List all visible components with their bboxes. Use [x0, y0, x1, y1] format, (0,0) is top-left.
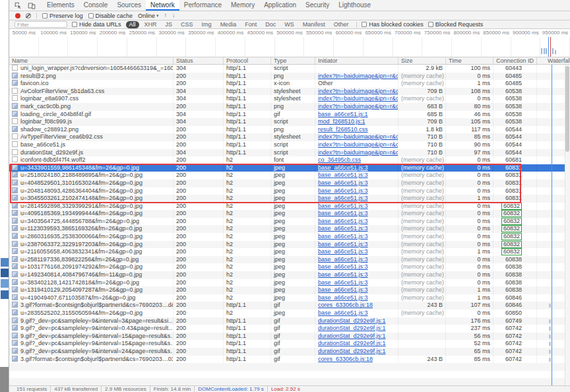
initiator-link[interactable]: index?tn=baiduimage&ipn=r&ct=201…	[318, 133, 398, 140]
filter-pill-js[interactable]: JS	[162, 21, 176, 28]
network-overview[interactable]	[9, 37, 570, 57]
import-har-icon[interactable]: ↑	[164, 13, 168, 18]
request-row[interactable]: mark_cac9c0b.png200http/1.1pngindex?tn=b…	[9, 103, 570, 111]
clear-network-log-icon[interactable]	[26, 13, 31, 18]
column-header-connection-id[interactable]: Connection ID	[493, 57, 537, 64]
request-row[interactable]: 9.gif?_dev=pc&sampleley=9&interval=0.43&…	[9, 325, 570, 333]
export-har-icon[interactable]: ↓	[172, 13, 175, 18]
throttling-dropdown[interactable]: Online ▾	[138, 13, 159, 19]
filter-pill-all[interactable]: All	[126, 21, 139, 28]
initiator-link[interactable]: base_a66ce51.js:3	[318, 256, 368, 263]
filter-pill-media[interactable]: Media	[217, 21, 240, 28]
filter-pill-font[interactable]: Font	[241, 21, 260, 28]
initiator-link[interactable]: base_a66ce51.js:3	[318, 263, 368, 270]
initiator-link[interactable]: base_a66ce51.js:3	[318, 218, 368, 224]
table-scrollbar[interactable]	[565, 65, 570, 385]
request-row[interactable]: u=2814592898,3329399291&fm=26&gp=0.jpg20…	[9, 203, 570, 211]
tab-performance[interactable]: Performance	[179, 0, 226, 11]
initiator-link[interactable]: base_a66ce51.js:3	[318, 286, 368, 293]
request-row[interactable]: u=383402128,1421742818&fm=26&gp=0.jpg200…	[9, 279, 570, 287]
initiator-link[interactable]: result_f268510.css	[318, 126, 368, 133]
request-row[interactable]: 9.gif?_dev=pc&sampleley=9&interval=15&pa…	[9, 333, 570, 341]
initiator-link[interactable]: base_a66ce51.js:1	[318, 111, 368, 117]
request-row[interactable]: u=2048148093,4286364404&fm=26&gp=0.jpg20…	[9, 187, 570, 195]
initiator-link[interactable]: durationStat_d292e9f.js:1	[318, 317, 386, 324]
initiator-link[interactable]: base_a66ce51.js:3	[318, 310, 368, 316]
request-row[interactable]: 9.gif?_dev=pc&sampleley=9&interval=15&pa…	[9, 340, 570, 348]
request-row[interactable]: AvColorFilterView_5b1da63.css304http/1.1…	[9, 88, 570, 96]
request-row[interactable]: result@2.png200http/1.1pngindex?tn=baidu…	[9, 73, 570, 81]
request-row[interactable]: durationStat_d292e9f.js304http/1.1script…	[9, 149, 570, 157]
filter-pill-img[interactable]: Img	[199, 21, 215, 28]
tab-security[interactable]: Security	[301, 0, 334, 11]
initiator-link[interactable]: base_a66ce51.js:3	[318, 180, 368, 186]
column-header-name[interactable]: Name	[9, 57, 174, 64]
initiator-link[interactable]: base_a66ce51.js:3	[318, 294, 368, 301]
initiator-link[interactable]: cores_63306cb.js:18	[318, 302, 373, 308]
column-header-type[interactable]: Type	[271, 57, 315, 64]
request-row[interactable]: AvTypeFilterView_cea6b92.css200http/1.1s…	[9, 133, 570, 141]
request-row[interactable]: u=2387063372,3229197203&fm=26&gp=0.jpg20…	[9, 241, 570, 249]
request-row[interactable]: u=2835525202,3155050594&fm=26&gp=0.jpg20…	[9, 310, 570, 317]
initiator-link[interactable]: durationStat_d292e9f.js:1	[318, 340, 386, 346]
request-row[interactable]: u=419049407,671103587&fm=26&gp=0.jpg200h…	[9, 294, 570, 302]
initiator-link[interactable]: index?tn=baiduimage&ipn=r&ct=201…	[318, 103, 398, 110]
initiator-link[interactable]: base_a66ce51.js:3	[318, 225, 368, 232]
tab-sources[interactable]: Sources	[112, 0, 146, 11]
initiator-link[interactable]: index?tn=baiduimage&ipn=r&ct=201…	[318, 88, 398, 94]
initiator-link[interactable]: index?tn=baiduimage&ipn=r&ct=201…	[318, 141, 398, 148]
device-toolbar-icon[interactable]	[26, 0, 37, 11]
request-row[interactable]: favicon.ico200http/1.1x-iconOther(memory…	[9, 80, 570, 88]
request-row[interactable]: u=1123039593,3865169326&fm=26&gp=0.jpg20…	[9, 225, 570, 233]
request-row[interactable]: u=1031776168,2091974292&fm=26&gp=0.jpg20…	[9, 263, 570, 271]
initiator-link[interactable]: base_a66ce51.js:3	[318, 187, 368, 194]
column-header-status[interactable]: Status	[174, 57, 224, 64]
initiator-link[interactable]: base_a66ce51.js:3	[318, 279, 368, 286]
initiator-link[interactable]: base_a66ce51.js:3	[318, 271, 368, 278]
initiator-link[interactable]: base_a66ce51.js:3	[318, 241, 368, 247]
initiator-link[interactable]: base_a66ce51.js:3	[318, 248, 368, 255]
request-row[interactable]: loading_circle_404b8f4f.gif304http/1.1gi…	[9, 111, 570, 119]
blocked-requests-checkbox[interactable]: Blocked Requests	[428, 21, 484, 28]
request-row[interactable]: iconfont-8db5f47f4.woff2200h2fontco_3649…	[9, 156, 570, 164]
record-network-log-button[interactable]	[15, 13, 20, 18]
request-row[interactable]: shadow_c288912.png200http/1.1pngresult_f…	[9, 126, 570, 134]
has-blocked-cookies-checkbox[interactable]: Has blocked cookies	[362, 21, 424, 28]
tab-elements[interactable]: Elements	[42, 0, 79, 11]
request-row[interactable]: 3.gif?format=$contsign$objurl$partnerId&…	[9, 302, 570, 310]
initiator-link[interactable]: base_a66ce51.js:3	[318, 233, 368, 240]
initiator-link[interactable]: base_a66ce51.js:3	[318, 210, 368, 216]
request-row[interactable]: u=2116055658,4063832341&fm=26&gp=0.jpg20…	[9, 248, 570, 256]
initiator-link[interactable]: durationStat_d292e9f.js:1	[318, 333, 386, 339]
request-row[interactable]: u=4095185369,1934999444&fm=26&gp=0.jpg20…	[9, 210, 570, 218]
hide-data-urls-checkbox[interactable]: Hide data URLs	[72, 21, 121, 28]
request-row[interactable]: u=2860316935,2538300066&fm=26&gp=0.jpg20…	[9, 233, 570, 241]
initiator-link[interactable]: base_a66ce51.js:3	[318, 195, 368, 201]
initiator-link[interactable]: index?tn=baiduimage&ipn=r&ct=201…	[318, 95, 398, 102]
inspect-element-icon[interactable]	[13, 0, 23, 11]
initiator-link[interactable]: cores_63306cb.js:18	[318, 356, 373, 362]
initiator-link[interactable]: mod_f268510.js:1	[318, 118, 365, 125]
column-header-waterfall[interactable]: Waterfall	[537, 57, 570, 64]
initiator-link[interactable]: base_a66ce51.js:3	[318, 164, 368, 171]
request-row[interactable]: u=3433901559,986145348&fm=26&gp=0.jpg200…	[9, 164, 570, 172]
tab-network[interactable]: Network	[146, 0, 179, 11]
tab-memory[interactable]: Memory	[226, 0, 259, 11]
request-row[interactable]: u=1319410129,2054097287&fm=26&gp=0.jpg20…	[9, 286, 570, 294]
filter-input[interactable]	[15, 21, 67, 28]
column-header-initiator[interactable]: Initiator	[315, 57, 398, 64]
request-row[interactable]: 9.gif?_dev=pc&sampleley=9&interval=24&pa…	[9, 348, 570, 356]
request-row[interactable]: 3.gif?format=$contsign$objurl$partnerId&…	[9, 356, 570, 364]
request-row[interactable]: loginbar_e8a6907.css304http/1.1styleshee…	[9, 95, 570, 103]
request-row[interactable]: loginbar_f08c999.js304http/1.1scriptmod_…	[9, 118, 570, 126]
filter-pill-doc[interactable]: Doc	[262, 21, 279, 28]
tab-application[interactable]: Application	[259, 0, 301, 11]
request-row[interactable]: uni_login_wrapper.js?cdnversion=16054466…	[9, 65, 570, 73]
disable-cache-checkbox[interactable]: Disable cache	[88, 13, 133, 19]
tab-console[interactable]: Console	[79, 0, 113, 11]
column-header-size[interactable]: Size	[398, 57, 446, 64]
initiator-link[interactable]: base_a66ce51.js:3	[318, 172, 368, 178]
initiator-link[interactable]: index?tn=baiduimage&ipn=r&ct=201…	[318, 73, 398, 79]
filter-pill-css[interactable]: CSS	[177, 21, 197, 28]
request-row[interactable]: u=3045503261,2102474148&fm=26&gp=0.jpg20…	[9, 195, 570, 203]
